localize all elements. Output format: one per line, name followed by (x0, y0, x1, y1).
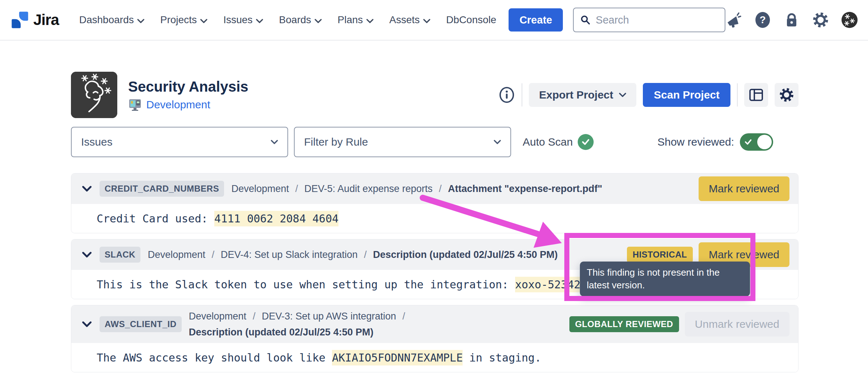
help-icon[interactable]: ? (754, 12, 771, 28)
chevron-down-icon (619, 93, 626, 97)
breadcrumb-item[interactable]: Development (231, 183, 289, 194)
breadcrumb-separator: / (396, 311, 409, 322)
gear-icon (779, 87, 795, 103)
info-icon[interactable] (498, 87, 515, 103)
nav-item-label: Boards (279, 14, 311, 26)
nav-item-projects[interactable]: Projects (160, 14, 207, 26)
divider (522, 83, 522, 106)
navbar-icons: ? (725, 12, 858, 28)
main-menu: DashboardsProjectsIssuesBoardsPlansAsset… (79, 14, 496, 26)
filters-bar: Issues Filter by Rule Auto Scan Show rev… (71, 127, 799, 157)
breadcrumb: Development / DEV-5: Audit expense repor… (231, 181, 602, 197)
show-reviewed-control: Show reviewed: (657, 133, 773, 151)
page-title: Security Analysis (128, 79, 248, 95)
breadcrumb-item[interactable]: DEV-3: Set up AWS integration (262, 311, 396, 322)
show-reviewed-toggle[interactable] (740, 133, 773, 151)
scan-project-button[interactable]: Scan Project (643, 83, 730, 107)
user-avatar[interactable] (841, 12, 858, 28)
project-breadcrumb-link[interactable]: Development (146, 99, 210, 111)
snippet-text: This is the Slack token to use when sett… (97, 278, 515, 291)
breadcrumb-item[interactable]: Development (148, 249, 205, 260)
breadcrumb-separator: / (433, 183, 448, 194)
finding-header[interactable]: AWS_CLIENT_IDDevelopment / DEV-3: Set up… (71, 305, 798, 343)
breadcrumb: Development / DEV-3: Set up AWS integrat… (189, 308, 562, 340)
breadcrumb-current: Description (updated 02/Jul/25 4:50 PM) (373, 247, 558, 263)
breadcrumb-item[interactable]: DEV-5: Audit expense reports (304, 183, 433, 194)
finding-header[interactable]: CREDIT_CARD_NUMBERSDevelopment / DEV-5: … (71, 174, 798, 204)
breadcrumb-item[interactable]: DEV-4: Set up Slack integration (221, 249, 358, 260)
issues-filter-select[interactable]: Issues (71, 127, 288, 157)
lock-icon[interactable] (783, 12, 800, 28)
breadcrumb-current: Attachment "expense-report.pdf" (448, 181, 602, 197)
search-icon (580, 14, 590, 26)
snippet-text: Credit Card used: (97, 212, 214, 225)
create-button[interactable]: Create (509, 8, 563, 32)
project-header: Security Analysis Development (71, 72, 799, 118)
breadcrumb-separator: / (247, 311, 262, 322)
nav-item-plans[interactable]: Plans (338, 14, 374, 26)
nav-item-boards[interactable]: Boards (279, 14, 322, 26)
toggle-knob (757, 135, 772, 149)
toggle-check-icon (744, 138, 752, 146)
chevron-down-icon[interactable] (81, 252, 92, 258)
nav-item-label: DbConsole (446, 14, 497, 26)
chevron-down-icon (423, 14, 430, 26)
globally-reviewed-badge: GLOBALLY REVIEWED (569, 316, 679, 332)
announcements-icon[interactable] (725, 12, 742, 28)
chevron-down-icon (137, 14, 144, 26)
breadcrumb-item[interactable]: Development (189, 311, 247, 322)
auto-scan-status: Auto Scan (523, 134, 594, 150)
project-avatar (71, 72, 117, 118)
svg-text:?: ? (759, 14, 766, 25)
settings-icon[interactable] (812, 12, 829, 28)
nav-item-dbconsole[interactable]: DbConsole (446, 14, 497, 26)
mark-reviewed-button[interactable]: Mark reviewed (699, 176, 789, 201)
rule-filter-select[interactable]: Filter by Rule (294, 127, 511, 157)
chevron-down-icon (200, 14, 207, 26)
nav-item-label: Plans (338, 14, 363, 26)
historical-tooltip: This finding is not present in the lates… (580, 262, 750, 296)
divider (737, 83, 738, 106)
jira-logo-icon (10, 10, 30, 30)
project-page: Security Analysis Development (71, 41, 799, 372)
finding-body: Credit Card used: 4111 0062 2084 4604 (71, 204, 798, 233)
rule-chip: AWS_CLIENT_ID (100, 316, 182, 332)
chevron-down-icon (494, 140, 501, 144)
project-settings-button[interactable] (775, 83, 799, 107)
breadcrumb-current: Description (updated 02/Jul/25 4:50 PM) (189, 324, 374, 340)
finding-snippet: The AWS access key should look like AKIA… (97, 351, 541, 364)
nav-item-issues[interactable]: Issues (223, 14, 263, 26)
project-actions: Export Project Scan Project (498, 83, 799, 107)
search-input[interactable] (596, 14, 718, 26)
jira-logo[interactable]: Jira (10, 10, 59, 30)
search-box[interactable] (573, 8, 725, 32)
export-project-button[interactable]: Export Project (529, 83, 636, 107)
board-layout-button[interactable] (744, 83, 768, 107)
snippet-text: in staging. (463, 351, 541, 364)
project-titles: Security Analysis Development (128, 79, 248, 112)
nav-item-dashboards[interactable]: Dashboards (79, 14, 144, 26)
nav-item-label: Dashboards (79, 14, 134, 26)
finding-snippet: Credit Card used: 4111 0062 2084 4604 (97, 212, 338, 225)
historical-badge: HISTORICAL (627, 247, 693, 263)
top-navbar: Jira DashboardsProjectsIssuesBoardsPlans… (0, 0, 868, 41)
chevron-down-icon (256, 14, 263, 26)
unmark-reviewed-button: Unmark reviewed (685, 312, 789, 337)
secret-highlight: 4111 0062 2084 4604 (214, 211, 338, 226)
chevron-down-icon (271, 140, 278, 144)
rule-chip: SLACK (100, 247, 140, 263)
finding-actions: GLOBALLY REVIEWEDUnmark reviewed (569, 312, 789, 337)
snippet-text: The AWS access key should look like (97, 351, 332, 364)
nav-item-label: Issues (223, 14, 253, 26)
chevron-down-icon[interactable] (81, 186, 92, 192)
rule-chip: CREDIT_CARD_NUMBERS (100, 181, 224, 197)
finding-body: The AWS access key should look like AKIA… (71, 343, 798, 372)
nav-item-label: Assets (389, 14, 420, 26)
finding-actions: Mark reviewed (699, 176, 789, 201)
secret-highlight: AKIAIO5FODNN7EXAMPLE (332, 350, 463, 365)
breadcrumb-separator: / (358, 249, 373, 260)
breadcrumb-separator: / (289, 183, 304, 194)
chevron-down-icon[interactable] (81, 321, 92, 327)
nav-item-assets[interactable]: Assets (389, 14, 430, 26)
chevron-down-icon (366, 14, 374, 26)
